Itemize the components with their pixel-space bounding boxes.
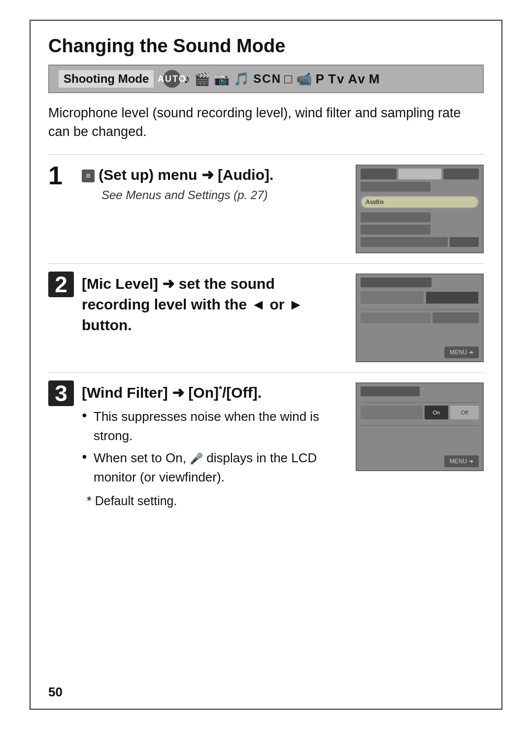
mode-symbol-1: ♪ [184,71,191,87]
img1-icon [450,237,479,247]
shooting-mode-bar: Shooting Mode AUTO ♪ 🎬 📷 🎵 SCN □ 📹 P Tv … [48,65,484,93]
img1-label-2 [361,212,431,222]
img3-divider-top [361,402,479,403]
img2-menu-text: MENU ➜ [450,349,474,356]
img3-menu-text: MENU ➜ [450,458,474,465]
img2-menu-area: MENU ➜ [361,346,479,358]
step-1-image: Audio [356,165,484,253]
mode-icons: AUTO ♪ 🎬 📷 🎵 SCN □ 📹 P Tv Av M [163,70,380,88]
img3-on-text: On [432,410,440,415]
step-1-sub-text: See Menus and Settings (p. 27) [101,188,346,202]
img1-label-4 [361,237,448,247]
img2-mic-label [361,291,424,304]
page-number: 50 [48,685,63,700]
img1-cell-1 [361,169,397,179]
step-1-number: 1 [48,163,74,188]
img2-sampling-value [432,312,479,323]
img2-mic-row [361,291,479,304]
step-3-row: 3 [Wind Filter] ➜ [On]*/[Off]. This supp… [48,372,484,518]
img2-sampling-label [361,312,431,323]
step-1-screen: Audio [361,169,479,249]
img3-off-text: Off [461,410,468,415]
step-1-content-image: 1 (Set up) menu ➜ [Audio]. See Menus and… [48,165,484,253]
img1-menu-row-4 [361,237,479,247]
img1-audio-highlight: Audio [361,196,479,208]
mode-scn: SCN [253,72,281,86]
step-2-row: 2 [Mic Level] ➜ set the sound recording … [48,263,484,372]
wind-icon: 🎤 [190,450,203,467]
img1-label-1 [361,182,431,192]
img3-title-bar [361,386,420,396]
img3-off-button: Off [450,406,479,419]
mode-symbol-5: □ [284,71,293,87]
img1-val-2 [432,212,479,222]
step-2-image: MENU ➜ [356,274,484,362]
description-text: Microphone level (sound recording level)… [48,104,484,141]
mode-tv: Tv [328,71,345,87]
mode-p: P [316,71,325,87]
step-2-text: [Mic Level] ➜ set the sound recording le… [82,275,303,333]
mode-m: M [369,71,381,87]
img1-menu-row-3 [361,225,479,235]
mode-av: Av [348,71,366,87]
step-3-bullets: This suppresses noise when the wind is s… [82,407,346,487]
setup-menu-icon [82,170,95,182]
img1-audio-label: Audio [366,198,384,206]
step-3-note: * Default setting. [87,494,346,508]
step-3-image: On Off MENU ➜ [356,382,484,471]
img1-label-3 [361,225,431,235]
step-2-number: 2 [48,272,74,297]
img3-menu-area: MENU ➜ [361,455,479,467]
asterisk: * [219,384,222,394]
step-3-content: [Wind Filter] ➜ [On]*/[Off]. This suppre… [82,382,346,508]
img2-divider [361,309,479,309]
img2-title-bar [361,277,432,287]
step-3-main-text: [Wind Filter] ➜ [On]*/[Off]. [82,382,346,403]
step-1-text: (Set up) menu ➜ [Audio]. [99,167,273,183]
img2-menu-button: MENU ➜ [444,346,479,358]
shooting-mode-label: Shooting Mode [58,69,154,88]
step-1-content: (Set up) menu ➜ [Audio]. See Menus and S… [82,165,346,202]
step-1-main-text: (Set up) menu ➜ [Audio]. [82,165,346,185]
step-2-main-text: [Mic Level] ➜ set the sound recording le… [82,274,346,336]
img1-top-row [361,169,479,179]
auto-icon: AUTO [163,70,181,88]
step-3-content-image: 3 [Wind Filter] ➜ [On]*/[Off]. This supp… [48,382,484,508]
page-container: Changing the Sound Mode Shooting Mode AU… [30,20,502,710]
img1-val-3 [432,225,479,235]
mode-symbol-6: 📹 [296,71,313,87]
img1-menu-row-1 [361,182,479,192]
img3-on-button: On [425,406,448,419]
img1-cell-3 [443,169,479,179]
page-title: Changing the Sound Mode [48,35,484,57]
img3-wind-row: On Off [361,406,479,419]
step-2-content-image: 2 [Mic Level] ➜ set the sound recording … [48,274,484,362]
img3-menu-button: MENU ➜ [444,455,479,467]
step-3-number: 3 [48,380,74,406]
img2-mic-value [426,291,479,304]
img3-wind-label [361,406,423,419]
mode-symbol-3: 📷 [214,71,231,87]
step-1-row: 1 (Set up) menu ➜ [Audio]. See Menus and… [48,154,484,263]
step-3-bullet-1: This suppresses noise when the wind is s… [82,407,346,446]
img2-sampling-row [361,312,479,323]
img1-cell-2 [399,169,441,179]
step-3-bullet-2: When set to On, 🎤 displays in the LCD mo… [82,448,346,487]
img1-val-1 [432,182,479,192]
mode-symbol-2: 🎬 [194,71,211,87]
step-2-content: [Mic Level] ➜ set the sound recording le… [82,274,346,339]
img3-divider-bottom [361,425,479,426]
img1-menu-row-2 [361,212,479,222]
mode-symbol-4: 🎵 [233,71,250,87]
